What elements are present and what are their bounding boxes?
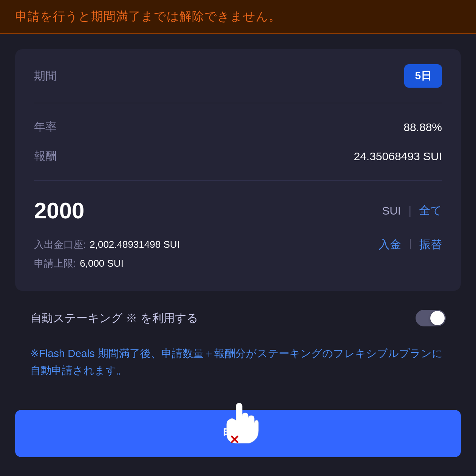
reward-row: 報酬 24.35068493 SUI <box>34 142 442 171</box>
deposit-link[interactable]: 入金 <box>379 237 401 252</box>
auto-staking-toggle[interactable] <box>416 310 446 326</box>
amount-row: 2000 SUI | 全て <box>34 190 442 231</box>
limit-row: 申請上限: 6,000 SUI <box>34 257 442 270</box>
period-label: 期間 <box>34 68 57 84</box>
divider-2 <box>34 180 442 181</box>
amount-value: 2000 <box>34 198 84 224</box>
flash-note: ※Flash Deals 期間満了後、申請数量＋報酬分がステーキングのフレキシブ… <box>15 345 461 379</box>
reward-label: 報酬 <box>34 148 57 164</box>
auto-staking-row: 自動ステーキング ※ を利用する <box>15 302 461 334</box>
amount-right: SUI | 全て <box>382 203 442 218</box>
account-label: 入出金口座: <box>34 238 86 251</box>
phone-screen: 申請を行うと期間満了までは解除できません。 期間 5日 年率 88.88% 報酬… <box>0 0 476 476</box>
auto-staking-label: 自動ステーキング ※ を利用する <box>30 311 198 326</box>
account-info: 入出金口座: 2,002.48931498 SUI 入金 | 振替 申請上限: … <box>34 231 442 276</box>
limit-value: 6,000 SUI <box>80 258 124 269</box>
account-row: 入出金口座: 2,002.48931498 SUI 入金 | 振替 <box>34 237 442 252</box>
info-card: 期間 5日 年率 88.88% 報酬 24.35068493 SUI 2000 … <box>15 49 461 291</box>
divider-1 <box>34 103 442 103</box>
pipe-divider: | <box>408 204 411 217</box>
limit-label: 申請上限: <box>34 257 76 270</box>
pipe-2: | <box>409 237 412 252</box>
annual-rate-label: 年率 <box>34 119 57 135</box>
account-value: 2,002.48931498 SUI <box>90 239 180 250</box>
transfer-link[interactable]: 振替 <box>419 237 442 252</box>
all-button[interactable]: 全て <box>419 203 442 218</box>
period-row: 期間 5日 <box>34 64 442 88</box>
period-badge: 5日 <box>404 64 442 88</box>
currency-label: SUI <box>382 204 401 217</box>
warning-text: 申請を行うと期間満了までは解除できません。 <box>15 9 281 23</box>
main-content: 期間 5日 年率 88.88% 報酬 24.35068493 SUI 2000 … <box>0 34 476 399</box>
annual-rate-row: 年率 88.88% <box>34 113 442 142</box>
account-links: 入金 | 振替 <box>379 237 442 252</box>
warning-banner: 申請を行うと期間満了までは解除できません。 <box>0 0 476 34</box>
toggle-knob <box>430 311 445 325</box>
submit-section: 申請 <box>0 399 476 476</box>
annual-rate-value: 88.88% <box>403 121 442 134</box>
submit-button[interactable]: 申請 <box>15 410 461 457</box>
reward-value: 24.35068493 SUI <box>354 150 442 163</box>
